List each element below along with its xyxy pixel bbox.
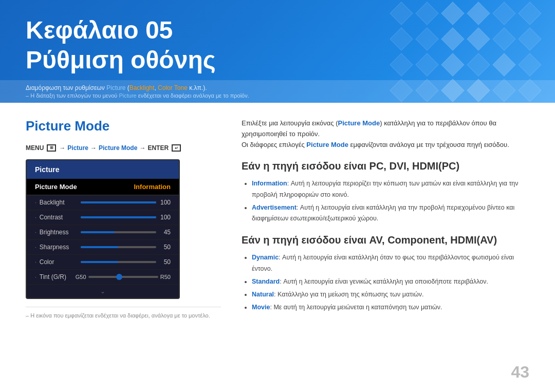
- slider-fill: [81, 201, 156, 203]
- header-text: Κεφάλαιο 05 Ρύθμιση οθόνης: [26, 15, 216, 74]
- bullet-label-dynamic: Dynamic: [252, 254, 279, 261]
- intro1-text: Επιλέξτε μια λειτουργία εικόνας (: [242, 119, 338, 127]
- bullet-information: Information: Αυτή η λειτουργία περιορίζε…: [252, 178, 529, 200]
- dot: ·: [35, 215, 36, 220]
- desc-middle: (: [125, 84, 129, 91]
- bullet-text-dynamic: : Αυτή η λειτουργία είναι κατάλληλη όταν…: [252, 254, 514, 272]
- right-column: Επιλέξτε μια λειτουργία εικόνας (Picture…: [242, 118, 529, 356]
- more-icon: ⌄: [27, 285, 179, 298]
- tint-g: G50: [76, 274, 86, 280]
- dot: ·: [35, 259, 36, 265]
- tint-r: R50: [160, 274, 171, 280]
- slider-fill: [81, 246, 119, 248]
- bullet-advertisement: Advertisement: Αυτή η λειτουργία είναι κ…: [252, 202, 529, 225]
- section1-heading: Εάν η πηγή εισόδου είναι PC, DVI, HDMI(P…: [242, 160, 529, 172]
- color-value: 50: [156, 258, 171, 266]
- menu-picture: Picture: [67, 144, 88, 152]
- desc-picture: Picture: [106, 84, 125, 91]
- bullet-text-natural: : Κατάλληλο για τη μείωση της κόπωσης τω…: [274, 291, 423, 298]
- bullet-text-information: : Αυτή η λειτουργία περιορίζει την κόπωσ…: [252, 180, 519, 198]
- contrast-value: 100: [156, 214, 171, 221]
- header-title: Κεφάλαιο 05 Ρύθμιση οθόνης: [26, 15, 216, 74]
- header-title-line2: Ρύθμιση οθόνης: [26, 45, 216, 75]
- slider-track: [81, 246, 156, 248]
- intro1-link: Picture Mode: [338, 119, 380, 127]
- backlight-slider: [81, 201, 156, 203]
- header-banner: Κεφάλαιο 05 Ρύθμιση οθόνης Διαμόρφωση τω…: [0, 0, 555, 103]
- bullet-label-advertisement: Advertisement: [252, 204, 297, 211]
- brightness-label: Brightness: [40, 229, 81, 236]
- picture-ui-mockup: Picture Picture Mode Information · Backl…: [26, 159, 180, 299]
- desc-colortone: Color Tone: [158, 84, 188, 91]
- dot: ·: [35, 200, 36, 206]
- bullet-text-movie: : Με αυτή τη λειτουργία μειώνεται η κατα…: [270, 304, 442, 311]
- mode-row-label: Picture Mode: [35, 183, 77, 191]
- brightness-slider: [81, 231, 156, 233]
- enter-icon: ↵: [172, 144, 181, 152]
- contrast-label: Contrast: [40, 214, 81, 221]
- brightness-value: 45: [156, 229, 171, 236]
- intro2-link: Picture Mode: [306, 141, 348, 148]
- intro2-end: εμφανίζονται ανάλογα με την τρέχουσα πηγ…: [348, 141, 509, 148]
- page-number: 43: [511, 363, 529, 382]
- section1-bullets: Information: Αυτή η λειτουργία περιορίζε…: [242, 178, 529, 224]
- slider-track: [81, 231, 156, 233]
- bullet-label-natural: Natural: [252, 291, 274, 298]
- tint-slider: [88, 276, 158, 278]
- backlight-row: · Backlight 100: [27, 195, 179, 210]
- color-label: Color: [40, 258, 81, 266]
- note-picture: Picture: [119, 92, 136, 99]
- bullet-text-standard: : Αυτή η λειτουργία είναι γενικώς κατάλλ…: [280, 278, 488, 285]
- sharpness-value: 50: [156, 244, 171, 251]
- menu-icon: ⊞: [47, 144, 56, 152]
- contrast-row: · Contrast 100: [27, 210, 179, 225]
- picture-ui-title: Picture: [27, 160, 179, 179]
- color-row: · Color 50: [27, 255, 179, 270]
- sharpness-slider: [81, 246, 156, 248]
- header-title-line1: Κεφάλαιο 05: [26, 15, 216, 45]
- bullet-natural: Natural: Κατάλληλο για τη μείωση της κόπ…: [252, 289, 529, 300]
- sharpness-label: Sharpness: [40, 244, 81, 251]
- note-suffix: ενδέχεται να διαφέρει ανάλογα με το προϊ…: [137, 92, 249, 99]
- header-subtitle: Διαμόρφωση των ρυθμίσεων Picture (Backli…: [0, 80, 555, 103]
- main-content: Picture Mode MENU ⊞ → Picture → Picture …: [0, 103, 555, 371]
- slider-track: [81, 201, 156, 203]
- dot: ·: [35, 245, 36, 250]
- menu-mode: Picture Mode: [99, 144, 137, 152]
- slider-track: [81, 261, 156, 263]
- desc-prefix: Διαμόρφωση των ρυθμίσεων: [26, 84, 106, 91]
- tint-thumb: [116, 274, 122, 280]
- bullet-label-movie: Movie: [252, 304, 270, 311]
- backlight-label: Backlight: [40, 199, 81, 206]
- color-slider: [81, 261, 156, 263]
- menu-path: MENU ⊞ → Picture → Picture Mode → ENTER …: [26, 144, 221, 152]
- note-prefix: – Η διάταξη των επιλογών του μενού: [26, 92, 119, 99]
- picture-mode-title: Picture Mode: [26, 118, 221, 134]
- contrast-slider: [81, 216, 156, 218]
- slider-track: [81, 216, 156, 218]
- desc-suffix: κ.λπ.).: [188, 84, 207, 91]
- section2-bullets: Dynamic: Αυτή η λειτουργία είναι κατάλλη…: [242, 252, 529, 313]
- bullet-dynamic: Dynamic: Αυτή η λειτουργία είναι κατάλλη…: [252, 252, 529, 274]
- bullet-label-standard: Standard: [252, 278, 280, 285]
- left-column: Picture Mode MENU ⊞ → Picture → Picture …: [26, 118, 221, 356]
- intro-text: Επιλέξτε μια λειτουργία εικόνας (Picture…: [242, 118, 529, 150]
- slider-fill: [81, 231, 115, 233]
- slider-fill: [81, 261, 119, 263]
- brightness-row: · Brightness 45: [27, 225, 179, 240]
- backlight-value: 100: [156, 199, 171, 206]
- tint-label: Tint (G/R): [40, 273, 76, 281]
- desc-backlight: Backlight: [130, 84, 155, 91]
- bullet-label-information: Information: [252, 180, 287, 187]
- sharpness-row: · Sharpness 50: [27, 240, 179, 255]
- picture-mode-row: Picture Mode Information: [27, 179, 179, 195]
- dot: ·: [35, 230, 36, 235]
- bullet-standard: Standard: Αυτή η λειτουργία είναι γενικώ…: [252, 276, 529, 287]
- slider-fill: [81, 216, 156, 218]
- footnote: – Η εικόνα που εμφανίζεται ενδέχεται να …: [26, 307, 221, 319]
- dot: ·: [35, 274, 36, 280]
- bullet-movie: Movie: Με αυτή τη λειτουργία μειώνεται η…: [252, 302, 529, 313]
- mode-row-value: Information: [134, 183, 171, 191]
- tint-row: · Tint (G/R) G50 R50: [27, 270, 179, 285]
- intro2-prefix: Οι διάφορες επιλογές: [242, 141, 306, 148]
